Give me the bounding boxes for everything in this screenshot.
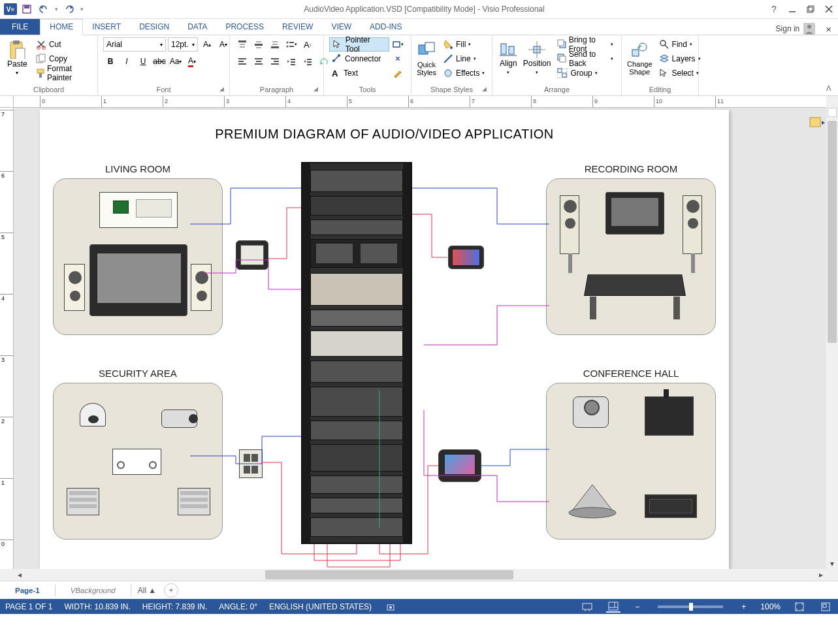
bullets-button[interactable]: ▾ (284, 37, 298, 52)
save-icon[interactable] (21, 3, 33, 15)
rack-unit-13[interactable] (310, 498, 403, 513)
drawing-page[interactable]: PREMIUM DIAGRAM OF AUDIO/VIDEO APPLICATI… (40, 110, 729, 569)
page-tab-all[interactable]: All ▲ (138, 586, 156, 595)
tab-view[interactable]: VIEW (322, 20, 361, 35)
collapse-ribbon-icon[interactable]: ᐱ (820, 35, 838, 95)
zone-box-recording[interactable] (546, 178, 716, 335)
status-language[interactable]: ENGLISH (UNITED STATES) (269, 602, 372, 611)
tab-insert[interactable]: INSERT (83, 20, 130, 35)
zoom-in-button[interactable]: + (739, 602, 749, 611)
hscroll-thumb[interactable] (265, 570, 513, 579)
macro-record-icon[interactable] (383, 601, 398, 613)
connection-point-button[interactable]: × (391, 52, 405, 66)
zoom-slider[interactable] (658, 605, 723, 608)
equip-keypad-living[interactable] (236, 240, 268, 270)
shapes-flyout-button[interactable] (809, 116, 825, 130)
text-direction-button[interactable]: A↕ (300, 37, 315, 52)
find-button[interactable]: Find▾ (656, 37, 703, 52)
scroll-right-icon[interactable]: ▸ (815, 569, 826, 581)
line-button[interactable]: Line▾ (440, 52, 487, 66)
rack-unit-6[interactable] (310, 310, 403, 327)
rack-unit-9[interactable] (310, 387, 403, 417)
tab-home[interactable]: HOME (40, 19, 83, 35)
scroll-top-icon[interactable] (828, 108, 837, 117)
zone-box-conference[interactable] (546, 383, 716, 539)
decrease-indent-button[interactable] (284, 54, 298, 69)
zone-box-security[interactable] (53, 383, 223, 539)
font-family-select[interactable]: Arial▾ (103, 37, 166, 52)
status-page[interactable]: PAGE 1 OF 1 (5, 602, 52, 611)
increase-font-icon[interactable]: A▴ (200, 37, 214, 52)
vertical-scrollbar[interactable]: ▴ ▾ (826, 108, 838, 569)
tab-data[interactable]: DATA (178, 20, 216, 35)
equip-speaker-right-lr[interactable] (191, 264, 212, 311)
presentation-mode-icon[interactable] (580, 601, 594, 613)
redo-icon[interactable] (63, 3, 75, 15)
change-case-button[interactable]: Aa▾ (169, 54, 183, 69)
zone-box-living[interactable] (53, 178, 223, 335)
align-middle-button[interactable] (251, 37, 266, 52)
align-button[interactable]: Align▾ (498, 37, 519, 80)
change-shape-button[interactable]: Change Shape (627, 37, 653, 80)
ink-tool-button[interactable] (391, 66, 405, 80)
help-icon[interactable]: ? (765, 0, 783, 18)
align-right-button[interactable] (268, 54, 282, 69)
normal-view-icon[interactable] (606, 601, 620, 613)
equip-nvr-left[interactable] (67, 488, 99, 515)
scroll-down-icon[interactable]: ▾ (826, 558, 838, 569)
paragraph-launcher-icon[interactable]: ◢ (314, 86, 321, 93)
text-tool-button[interactable]: AText (329, 66, 389, 80)
equip-speaker-left-lr[interactable] (64, 264, 85, 311)
bold-button[interactable]: B (103, 54, 118, 69)
equip-av-controller[interactable] (645, 494, 697, 518)
format-painter-button[interactable]: Format Painter (33, 66, 92, 80)
font-launcher-icon[interactable]: ◢ (219, 86, 227, 93)
align-top-button[interactable] (235, 37, 250, 52)
rack-unit-12[interactable] (310, 475, 403, 494)
page-tab-page1[interactable]: Page-1 (7, 583, 48, 598)
shapestyles-launcher-icon[interactable]: ◢ (482, 86, 490, 93)
send-to-back-button[interactable]: Send to Back▾ (555, 52, 616, 66)
equip-speakerphone[interactable] (566, 481, 619, 521)
rack-unit-5[interactable] (310, 273, 403, 306)
tab-review[interactable]: REVIEW (273, 20, 322, 35)
rack-unit-14[interactable] (310, 517, 403, 537)
paste-button[interactable]: Paste▾ (5, 37, 29, 80)
add-page-button[interactable]: ＋ (164, 583, 178, 598)
effects-button[interactable]: Effects▾ (440, 66, 487, 80)
tab-design[interactable]: DESIGN (130, 20, 178, 35)
increase-indent-button[interactable] (300, 54, 315, 69)
pan-zoom-window-icon[interactable] (818, 601, 833, 613)
strike-button[interactable]: abc (152, 54, 167, 69)
equip-dvd-player[interactable] (99, 192, 178, 228)
equip-monitor[interactable] (89, 244, 187, 316)
fill-button[interactable]: Fill▾ (440, 37, 487, 52)
zoom-level[interactable]: 100% (760, 602, 781, 611)
equip-keypad-recording[interactable] (448, 246, 484, 269)
equip-bullet-camera[interactable] (161, 410, 197, 428)
position-button[interactable]: Position▾ (523, 37, 551, 80)
rack-unit-1[interactable] (310, 170, 403, 192)
tab-file[interactable]: FILE (0, 19, 40, 35)
page-tab-vbackground[interactable]: VBackground (62, 583, 124, 598)
tab-addins[interactable]: ADD-INS (361, 20, 411, 35)
equip-studio-monitor[interactable] (605, 192, 664, 234)
equip-speaker-right-rec[interactable] (683, 195, 702, 254)
font-size-select[interactable]: 12pt.▾ (168, 37, 198, 52)
undo-icon[interactable] (38, 3, 50, 15)
align-bottom-button[interactable] (268, 37, 282, 52)
equip-document-camera[interactable] (645, 396, 694, 436)
fit-to-window-icon[interactable] (792, 601, 807, 613)
zoom-out-button[interactable]: − (632, 602, 642, 611)
rack-unit-8[interactable] (310, 361, 403, 383)
underline-button[interactable]: U (136, 54, 150, 69)
pointer-tool-button[interactable]: Pointer Tool (329, 37, 389, 52)
connector-tool-button[interactable]: Connector (329, 52, 389, 66)
ribbon-close-icon[interactable]: × (819, 24, 838, 35)
signin-link[interactable]: Sign in (776, 23, 816, 35)
undo-dropdown-icon[interactable]: ▾ (55, 6, 58, 12)
equipment-rack[interactable] (301, 162, 412, 544)
minimize-icon[interactable] (783, 0, 801, 18)
restore-icon[interactable] (801, 0, 820, 18)
canvas-viewport[interactable]: PREMIUM DIAGRAM OF AUDIO/VIDEO APPLICATI… (14, 108, 826, 569)
